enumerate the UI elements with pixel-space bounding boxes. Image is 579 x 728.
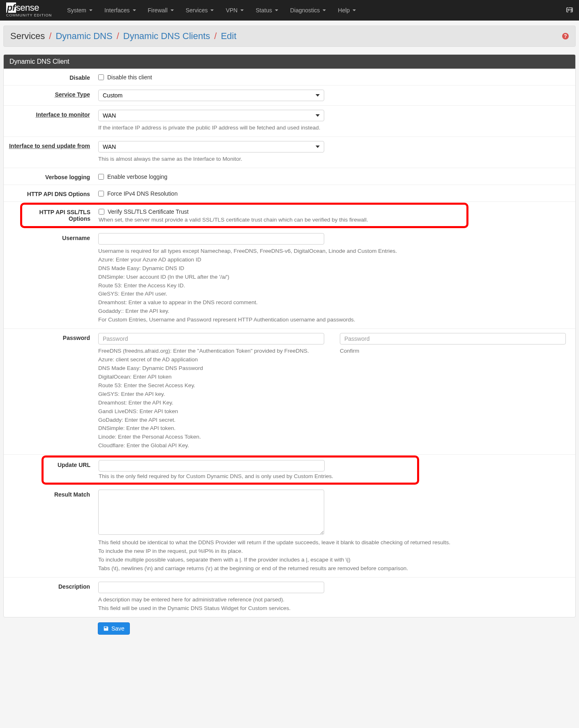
row-update-url: Update URL This is the only field requir… <box>44 458 417 483</box>
chevron-down-icon <box>240 9 244 11</box>
help-result-match: This field should be identical to what t… <box>98 538 569 573</box>
nav-status[interactable]: Status <box>251 4 283 17</box>
label-username: Username <box>4 233 98 241</box>
label-interface-monitor: Interface to monitor <box>4 110 98 118</box>
help-icon[interactable]: ? <box>562 33 569 39</box>
row-interface-send: Interface to send update from WAN This i… <box>4 137 575 168</box>
label-description: Description <box>4 582 98 590</box>
label-update-url: Update URL <box>44 460 99 468</box>
crumb-edit[interactable]: Edit <box>221 31 236 42</box>
help-description: A description may be entered here for ad… <box>98 596 569 613</box>
logout-icon <box>566 7 573 13</box>
interface-monitor-select[interactable]: WAN <box>98 110 324 121</box>
label-http-dns: HTTP API DNS Options <box>4 189 98 197</box>
chevron-down-icon <box>133 9 136 11</box>
highlight-ssl-options: HTTP API SSL/TLS Options Verify SSL/TLS … <box>20 203 468 228</box>
row-service-type: Service Type Custom <box>4 86 575 106</box>
chevron-down-icon <box>323 9 326 11</box>
help-interface-send: This is almost always the same as the In… <box>98 155 569 164</box>
navbar-menu: System Interfaces Firewall Services VPN … <box>62 4 566 17</box>
brand-edition: COMMUNITY EDITION <box>6 13 52 17</box>
chevron-down-icon <box>89 9 92 11</box>
breadcrumb-sep: / <box>214 31 217 42</box>
help-password-confirm: Confirm <box>340 347 569 356</box>
disable-checkbox[interactable] <box>98 74 104 80</box>
logout-button[interactable] <box>566 7 573 14</box>
disable-checkbox-label: Disable this client <box>107 74 152 81</box>
save-icon <box>103 626 109 631</box>
http-ssl-checkbox-label: Verify SSL/TLS Certificate Trust <box>108 208 189 215</box>
chevron-down-icon <box>353 9 356 11</box>
chevron-down-icon <box>210 9 214 11</box>
help-update-url: This is the only field required by for C… <box>99 473 411 479</box>
breadcrumb: Services / Dynamic DNS / Dynamic DNS Cli… <box>10 31 236 42</box>
save-button[interactable]: Save <box>98 622 130 635</box>
row-http-dns: HTTP API DNS Options Force IPv4 DNS Reso… <box>4 185 575 202</box>
verbose-checkbox-label: Enable verbose logging <box>107 173 167 180</box>
row-interface-monitor: Interface to monitor WAN If the interfac… <box>4 106 575 137</box>
label-interface-send: Interface to send update from <box>4 141 98 149</box>
top-navbar: pfsense COMMUNITY EDITION System Interfa… <box>0 0 579 21</box>
row-username: Username Username is required for all ty… <box>4 229 575 329</box>
verbose-checkbox[interactable] <box>98 174 104 180</box>
row-verbose: Verbose logging Enable verbose logging <box>4 168 575 185</box>
http-dns-checkbox-label: Force IPv4 DNS Resolution <box>107 190 178 197</box>
label-disable: Disable <box>4 73 98 81</box>
button-row: Save <box>3 617 576 643</box>
logo-prefix: pf <box>6 2 16 13</box>
nav-diagnostics[interactable]: Diagnostics <box>285 4 331 17</box>
nav-vpn[interactable]: VPN <box>221 4 249 17</box>
label-http-ssl: HTTP API SSL/TLS Options <box>22 207 99 222</box>
panel-title: Dynamic DNS Client <box>4 55 575 69</box>
http-ssl-checkbox[interactable] <box>99 209 104 215</box>
crumb-services[interactable]: Services <box>10 31 45 42</box>
label-service-type: Service Type <box>4 90 98 98</box>
nav-interfaces[interactable]: Interfaces <box>99 4 141 17</box>
username-input[interactable] <box>98 233 324 245</box>
crumb-dynamic-dns[interactable]: Dynamic DNS <box>55 31 112 42</box>
chevron-down-icon <box>171 9 174 11</box>
nav-firewall[interactable]: Firewall <box>143 4 179 17</box>
password-input[interactable] <box>98 333 324 344</box>
crumb-clients[interactable]: Dynamic DNS Clients <box>123 31 210 42</box>
help-password: FreeDNS (freedns.afraid.org): Enter the … <box>98 347 328 450</box>
row-result-match: Result Match This field should be identi… <box>4 485 575 578</box>
row-http-ssl: HTTP API SSL/TLS Options Verify SSL/TLS … <box>22 205 466 226</box>
help-interface-monitor: If the interface IP address is private t… <box>98 124 569 132</box>
highlight-update-url: Update URL This is the only field requir… <box>42 455 419 485</box>
password-confirm-input[interactable] <box>340 333 566 344</box>
label-verbose: Verbose logging <box>4 172 98 180</box>
save-button-label: Save <box>111 625 125 632</box>
help-http-ssl: When set, the server must provide a vali… <box>99 217 460 223</box>
description-input[interactable] <box>98 582 324 593</box>
row-description: Description A description may be entered… <box>4 578 575 617</box>
breadcrumb-bar: Services / Dynamic DNS / Dynamic DNS Cli… <box>3 25 576 47</box>
help-username: Username is required for all types excep… <box>98 247 569 324</box>
nav-services[interactable]: Services <box>181 4 219 17</box>
service-type-select[interactable]: Custom <box>98 90 324 101</box>
row-password: Password FreeDNS (freedns.afraid.org): E… <box>4 329 575 455</box>
http-dns-checkbox[interactable] <box>98 191 104 196</box>
nav-help[interactable]: Help <box>333 4 361 17</box>
chevron-down-icon <box>275 9 278 11</box>
logo-suffix: sense <box>16 2 39 13</box>
label-result-match: Result Match <box>4 490 98 498</box>
update-url-input[interactable] <box>99 460 325 471</box>
nav-system[interactable]: System <box>62 4 97 17</box>
row-disable: Disable Disable this client <box>4 69 575 86</box>
brand-logo[interactable]: pfsense COMMUNITY EDITION <box>6 3 52 17</box>
breadcrumb-sep: / <box>49 31 51 42</box>
form-panel: Dynamic DNS Client Disable Disable this … <box>3 54 576 617</box>
interface-send-select[interactable]: WAN <box>98 141 324 153</box>
breadcrumb-sep: / <box>117 31 119 42</box>
label-password: Password <box>4 333 98 341</box>
result-match-textarea[interactable] <box>98 490 324 535</box>
